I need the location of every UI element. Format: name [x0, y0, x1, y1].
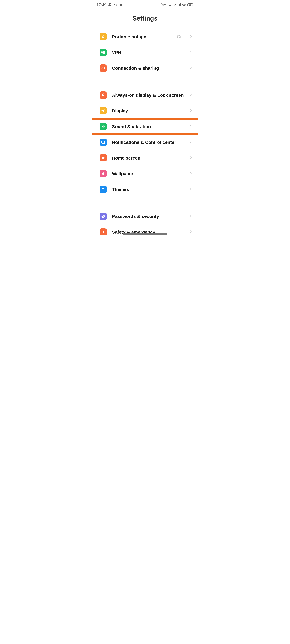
svg-rect-5	[170, 5, 171, 6]
svg-text:73: 73	[189, 4, 191, 6]
svg-rect-7	[172, 4, 172, 6]
row-label: Display	[112, 108, 184, 114]
settings-row-display[interactable]: Display	[92, 103, 198, 119]
svg-point-22	[103, 112, 103, 112]
settings-row-sound[interactable]: Sound & vibration	[92, 119, 198, 134]
row-label: Wallpaper	[112, 171, 184, 176]
svg-point-38	[103, 231, 103, 232]
row-label: Home screen	[112, 155, 184, 161]
svg-rect-10	[179, 5, 179, 6]
chevron-right-icon	[189, 156, 193, 160]
signal1-icon	[169, 4, 172, 6]
row-label: Notifications & Control center	[112, 139, 184, 145]
status-bar: 17:49 VPN 4G▾▴ 73	[92, 0, 198, 9]
chevron-right-icon	[189, 214, 193, 218]
chevron-right-icon	[189, 109, 193, 113]
settings-list: Portable hotspotOnVPNConnection & sharin…	[92, 29, 198, 236]
svg-rect-16	[193, 4, 193, 6]
row-label: Always-on display & Lock screen	[112, 92, 184, 98]
svg-rect-3	[169, 6, 169, 6]
row-label: Portable hotspot	[112, 34, 172, 40]
wifi-icon	[182, 3, 186, 6]
row-label: VPN	[112, 50, 184, 56]
vpn-badge: VPN	[161, 3, 167, 6]
row-label: Connection & sharing	[112, 65, 184, 71]
link-icon	[100, 33, 107, 40]
svg-rect-11	[179, 4, 180, 6]
fingerprint-icon	[100, 213, 107, 220]
brush-icon	[100, 186, 107, 193]
settings-row-notif[interactable]: Notifications & Control center	[92, 134, 198, 150]
gear-icon	[119, 3, 122, 6]
svg-rect-19	[102, 95, 104, 96]
svg-point-20	[102, 110, 104, 112]
svg-point-31	[104, 141, 104, 142]
share-icon	[100, 64, 107, 72]
row-label: Passwords & security	[112, 214, 184, 219]
settings-row-hotspot[interactable]: Portable hotspotOn	[92, 29, 198, 44]
svg-point-14	[185, 5, 186, 6]
settings-row-aod[interactable]: Always-on display & Lock screen	[92, 87, 198, 103]
phone-frame: 17:49 VPN 4G▾▴ 73	[92, 0, 198, 236]
settings-row-passwords[interactable]: Passwords & security	[92, 208, 198, 224]
svg-rect-12	[180, 4, 181, 6]
notif-icon	[100, 138, 107, 146]
page-title: Settings	[92, 15, 198, 22]
svg-rect-8	[177, 6, 178, 6]
chevron-right-icon	[189, 50, 193, 54]
chevron-right-icon	[189, 66, 193, 70]
home-indicator[interactable]	[123, 233, 167, 234]
mute-icon	[108, 3, 112, 7]
svg-point-28	[104, 112, 105, 112]
row-label: Sound & vibration	[112, 124, 184, 130]
svg-point-23	[101, 110, 102, 111]
chevron-right-icon	[189, 34, 193, 39]
chevron-right-icon	[189, 93, 193, 97]
battery-small-icon	[114, 4, 117, 6]
svg-rect-4	[169, 5, 170, 6]
settings-row-themes[interactable]: Themes	[92, 182, 198, 197]
chevron-right-icon	[189, 172, 193, 176]
settings-row-sharing[interactable]: Connection & sharing	[92, 60, 198, 76]
settings-row-wallpaper[interactable]: Wallpaper	[92, 166, 198, 182]
brightness-icon	[100, 107, 107, 114]
svg-point-27	[102, 112, 102, 112]
settings-row-home[interactable]: Home screen	[92, 150, 198, 166]
settings-row-vpn[interactable]: VPN	[92, 44, 198, 60]
signal2-icon	[177, 4, 181, 6]
row-label: Themes	[112, 186, 184, 192]
svg-point-13	[184, 6, 184, 6]
svg-rect-29	[104, 126, 105, 127]
globe-icon	[100, 49, 107, 56]
safety-icon	[100, 228, 107, 236]
chevron-right-icon	[189, 140, 193, 144]
lock-icon	[100, 92, 107, 99]
section-divider	[100, 81, 190, 82]
section-divider	[100, 202, 190, 203]
chevron-right-icon	[189, 124, 193, 128]
chevron-right-icon	[189, 230, 193, 234]
svg-rect-9	[178, 5, 178, 6]
svg-point-36	[103, 216, 103, 216]
status-time: 17:49	[97, 3, 106, 7]
row-value: On	[177, 34, 183, 39]
sound-icon	[100, 123, 107, 130]
home-icon	[100, 154, 107, 162]
svg-point-26	[104, 110, 105, 110]
status-left: 17:49	[97, 3, 122, 7]
flower-icon	[100, 170, 107, 177]
battery-icon: 73	[187, 3, 193, 6]
svg-rect-6	[171, 4, 171, 6]
svg-point-25	[102, 110, 102, 110]
svg-point-24	[105, 110, 105, 111]
svg-point-21	[103, 109, 103, 110]
status-right: VPN 4G▾▴ 73	[161, 3, 193, 6]
network-type-4g: 4G▾▴	[174, 4, 176, 6]
svg-rect-32	[102, 188, 104, 190]
svg-rect-33	[103, 190, 103, 190]
chevron-right-icon	[189, 187, 193, 191]
svg-rect-1	[114, 4, 115, 6]
svg-rect-2	[117, 4, 117, 5]
